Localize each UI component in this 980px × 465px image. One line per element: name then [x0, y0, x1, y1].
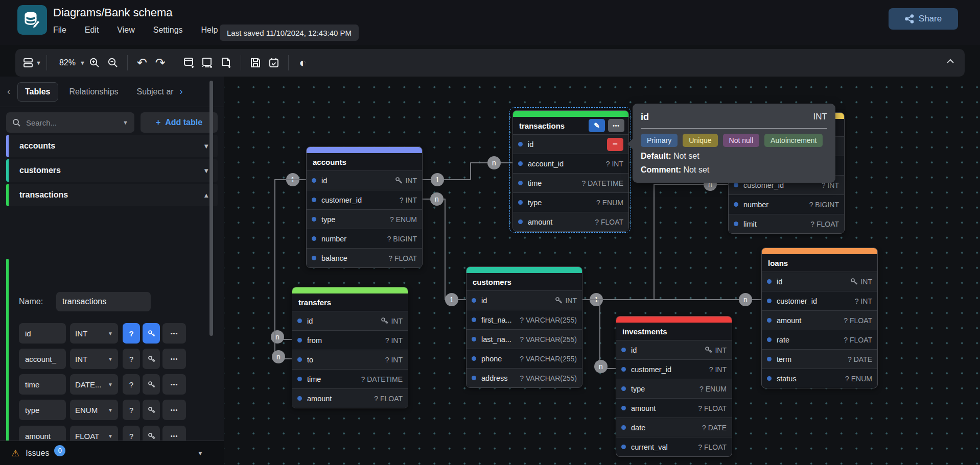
table-field-row[interactable]: idINT: [762, 272, 877, 291]
field-more-button[interactable]: •••: [162, 400, 186, 420]
table-more-button[interactable]: •••: [608, 119, 624, 132]
table-field-row[interactable]: status? ENUM: [762, 369, 877, 388]
todo-button[interactable]: [265, 53, 283, 73]
table-field-row[interactable]: account_id? INT: [513, 154, 628, 173]
field-type-select[interactable]: ENUM▼: [70, 400, 118, 420]
edit-table-button[interactable]: ✎: [589, 119, 605, 132]
table-field-row[interactable]: customer_id? INT: [616, 359, 732, 379]
zoom-in-button[interactable]: [85, 53, 104, 73]
table-field-row[interactable]: idINT: [292, 311, 408, 330]
chevron-down-icon[interactable]: ▼: [197, 450, 203, 457]
field-more-button[interactable]: •••: [162, 323, 186, 344]
table-field-row[interactable]: type? ENUM: [616, 379, 732, 398]
table-field-row[interactable]: date? DATE: [616, 418, 732, 437]
field-type-select[interactable]: INT▼: [70, 349, 118, 369]
primary-key-toggle[interactable]: [143, 349, 160, 369]
accordion-item-transactions[interactable]: transactions ▲: [6, 184, 218, 206]
theme-toggle-button[interactable]: ◐: [294, 53, 312, 73]
table-field-row[interactable]: from? INT: [292, 330, 408, 350]
add-note-button[interactable]: [217, 53, 236, 73]
table-field-row[interactable]: number? BIGINT: [307, 229, 422, 248]
table-field-row[interactable]: idINT: [616, 340, 732, 359]
field-name-input[interactable]: id: [19, 323, 66, 344]
table-field-row[interactable]: number? BIGINT: [729, 194, 844, 214]
table-node-loans[interactable]: loansidINTcustomer_id? INTamount? FLOATr…: [761, 248, 878, 388]
delete-field-button[interactable]: −: [607, 138, 623, 151]
menu-view[interactable]: View: [117, 26, 134, 35]
table-field-row[interactable]: time? DATETIME: [292, 369, 408, 388]
table-field-row[interactable]: type? ENUM: [307, 209, 422, 229]
redo-button[interactable]: ↷: [151, 53, 170, 73]
zoom-level-dropdown[interactable]: 82% ▼: [52, 53, 85, 73]
sidebar-scrollbar[interactable]: [209, 81, 213, 336]
table-field-row[interactable]: amount? FLOAT: [762, 310, 877, 330]
table-field-row[interactable]: first_na...? VARCHAR(255): [466, 310, 582, 329]
table-field-row[interactable]: last_na...? VARCHAR(255): [466, 329, 582, 349]
tabs-scroll-left-icon[interactable]: ‹: [0, 86, 17, 97]
table-field-row[interactable]: idINT: [466, 290, 582, 310]
tab-tables[interactable]: Tables: [17, 82, 58, 102]
zoom-in-icon: [89, 57, 100, 68]
table-field-row[interactable]: to? INT: [292, 350, 408, 369]
table-node-investments[interactable]: investmentsidINTcustomer_id? INTtype? EN…: [616, 316, 732, 457]
field-type-select[interactable]: INT▼: [70, 323, 118, 344]
table-field-row[interactable]: address? VARCHAR(255): [466, 368, 582, 387]
table-field-row[interactable]: term? DATE: [762, 349, 877, 369]
field-dot-icon: [312, 198, 316, 202]
add-table-button[interactable]: + Add table: [141, 112, 218, 133]
menu-edit[interactable]: Edit: [85, 26, 99, 35]
table-field-row[interactable]: amount? FLOAT: [616, 398, 732, 418]
field-name-input[interactable]: time: [19, 374, 66, 395]
share-button[interactable]: Share: [889, 8, 958, 30]
table-node-transfers[interactable]: transfersidINTfrom? INTto? INTtime? DATE…: [292, 287, 408, 408]
save-button[interactable]: [246, 53, 265, 73]
view-layout-button[interactable]: ▼: [22, 53, 41, 73]
accordion-item-customers[interactable]: customers ▼: [6, 159, 218, 182]
table-field-row[interactable]: amount? FLOAT: [292, 388, 408, 408]
menu-settings[interactable]: Settings: [153, 26, 183, 35]
nullable-toggle[interactable]: ?: [123, 349, 140, 369]
field-type-select[interactable]: DATE...▼: [70, 374, 118, 395]
table-field-row[interactable]: customer_id? INT: [762, 291, 877, 310]
table-field-row[interactable]: id−: [513, 134, 628, 154]
table-field-row[interactable]: rate? FLOAT: [762, 330, 877, 349]
primary-key-toggle[interactable]: [143, 400, 160, 420]
table-field-row[interactable]: balance? FLOAT: [307, 248, 422, 267]
drawdb-logo[interactable]: [17, 5, 47, 35]
menu-help[interactable]: Help: [201, 26, 218, 35]
accordion-item-accounts[interactable]: accounts ▼: [6, 135, 218, 157]
primary-key-toggle[interactable]: [143, 323, 160, 344]
table-field-row[interactable]: current_val? FLOAT: [616, 437, 732, 456]
zoom-out-button[interactable]: [104, 53, 122, 73]
nullable-toggle[interactable]: ?: [123, 323, 140, 344]
tabs-scroll-right-icon[interactable]: ›: [180, 86, 183, 97]
tab-relationships[interactable]: Relationships: [62, 83, 126, 101]
field-name-input[interactable]: account_: [19, 349, 66, 369]
nullable-toggle[interactable]: ?: [123, 400, 140, 420]
table-field-row[interactable]: type? ENUM: [513, 192, 628, 212]
table-field-row[interactable]: limit? FLOAT: [729, 214, 844, 233]
table-field-row[interactable]: idINT: [307, 170, 422, 190]
table-name-input[interactable]: transactions: [56, 292, 151, 311]
issues-bar[interactable]: ⚠ Issues 0 ▼: [0, 440, 224, 465]
field-name-input[interactable]: type: [19, 400, 66, 420]
table-node-transactions[interactable]: transactions✎•••id−account_id? INTtime? …: [512, 110, 629, 232]
field-more-button[interactable]: •••: [162, 349, 186, 369]
table-field-row[interactable]: customer_id? INT: [307, 190, 422, 209]
table-node-accounts[interactable]: accountsidINTcustomer_id? INTtype? ENUMn…: [306, 146, 423, 268]
table-field-row[interactable]: amount? FLOAT: [513, 212, 628, 231]
field-more-button[interactable]: •••: [162, 374, 186, 395]
tab-subject-areas[interactable]: Subject ar: [130, 83, 179, 101]
add-table-button-toolbar[interactable]: [180, 53, 199, 73]
table-field-row[interactable]: phone? VARCHAR(255): [466, 349, 582, 368]
add-area-button[interactable]: [199, 53, 217, 73]
primary-key-toggle[interactable]: [143, 374, 160, 395]
collapse-toolbar-button[interactable]: [945, 56, 955, 68]
menu-file[interactable]: File: [53, 26, 66, 35]
diagram-title[interactable]: Diagrams/Bank schema: [53, 6, 173, 19]
table-node-customers[interactable]: customersidINTfirst_na...? VARCHAR(255)l…: [466, 266, 582, 388]
table-search-select[interactable]: Search... ▼: [6, 112, 134, 133]
undo-button[interactable]: ↶: [133, 53, 151, 73]
table-field-row[interactable]: time? DATETIME: [513, 173, 628, 192]
nullable-toggle[interactable]: ?: [123, 374, 140, 395]
